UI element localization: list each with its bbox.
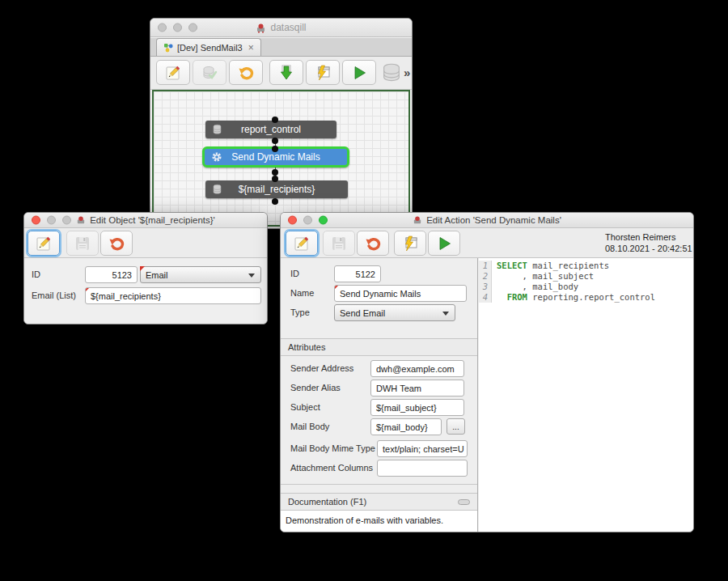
edit-button[interactable] [156, 60, 190, 85]
id-label: ID [290, 265, 299, 282]
mail-body-more-button[interactable]: ... [447, 418, 465, 435]
traffic-lights [288, 216, 328, 225]
sql-editor[interactable]: 1 SELECT mail_recipients 2 , mail_subjec… [479, 258, 693, 532]
sender-address-input[interactable]: dwh@example.com [370, 360, 464, 377]
window-title: Edit Action 'Send Dynamic Mails' [413, 215, 561, 225]
maximize-button[interactable] [188, 23, 197, 32]
edit-button[interactable] [286, 231, 318, 256]
name-label: Name [290, 285, 314, 301]
database-button[interactable] [379, 61, 404, 84]
deploy-button[interactable] [269, 60, 303, 85]
main-window-title-text: datasqill [270, 22, 306, 33]
undo-button[interactable] [357, 231, 389, 256]
pencil-icon [293, 235, 311, 252]
main-toolbar: » [150, 57, 412, 90]
run-button[interactable] [428, 231, 460, 256]
traffic-lights [32, 216, 71, 225]
user-info: Thorsten Reimers 08.10.2021 - 20:42:51 [605, 231, 692, 254]
maximize-button[interactable] [319, 216, 328, 225]
save-button[interactable] [323, 231, 355, 256]
undo-button[interactable] [100, 231, 133, 256]
id-input[interactable]: 5122 [334, 265, 381, 282]
save-button[interactable] [66, 231, 99, 256]
edit-object-form: ID 5123 Email Email (List) ${mail_recipi… [24, 258, 267, 324]
desktop: { "main_window": { "title": "datasqill",… [0, 0, 728, 581]
toolbar-overflow-button[interactable]: » [404, 66, 410, 79]
close-button[interactable] [158, 23, 167, 32]
attachment-columns-label: Attachment Columns [290, 460, 373, 476]
save-button[interactable] [193, 60, 226, 85]
execute-script-button[interactable] [306, 60, 340, 85]
minimize-button[interactable] [47, 216, 56, 225]
object-type-dropdown[interactable]: Email [140, 266, 261, 283]
documentation-header: Documentation (F1) [281, 493, 477, 511]
edit-button[interactable] [28, 231, 60, 256]
run-button[interactable] [342, 60, 376, 85]
tab-close-icon[interactable]: × [248, 42, 254, 53]
floppy-disk-icon [74, 235, 91, 252]
sql-code: SELECT mail_recipients [492, 261, 609, 271]
minimize-button[interactable] [173, 23, 182, 32]
lightning-window-icon [314, 64, 332, 82]
connector-dot [272, 138, 278, 144]
collapse-toggle[interactable] [458, 499, 470, 505]
edit-action-titlebar[interactable]: Edit Action 'Send Dynamic Mails' [281, 213, 693, 228]
undo-icon [237, 64, 255, 82]
close-button[interactable] [288, 216, 297, 225]
sql-code: FROM reporting.report_control [492, 292, 655, 303]
sql-line: 4 FROM reporting.report_control [479, 292, 693, 303]
window-title: Edit Object '${mail_recipients}' [76, 215, 215, 225]
connector-dot [272, 169, 278, 176]
id-input[interactable]: 5123 [85, 266, 138, 283]
sql-line: 2 , mail_subject [479, 271, 693, 282]
sender-alias-input[interactable]: DWH Team [370, 380, 464, 397]
edit-action-form: ID 5122 Name Send Dynamic Mails Type Sen… [281, 258, 478, 532]
action-type-dropdown[interactable]: Send Email [334, 304, 455, 321]
table-icon [212, 124, 222, 135]
node-report-control[interactable]: report_control [205, 121, 336, 138]
workflow-icon [163, 43, 173, 53]
tab-bar: [Dev] SendMail3 × [150, 38, 412, 57]
email-list-input[interactable]: ${mail_recipients} [85, 287, 261, 304]
connector-dot [272, 117, 278, 123]
table-icon [212, 184, 222, 195]
line-number: 1 [479, 261, 492, 271]
mime-type-label: Mail Body Mime Type [290, 440, 375, 456]
database-icon [379, 61, 404, 84]
execute-script-button[interactable] [394, 231, 426, 256]
play-icon [435, 235, 453, 252]
sql-line: 3 , mail_body [479, 282, 693, 292]
workflow-canvas[interactable]: report_control Send Dynamic Mails ${mail… [152, 90, 410, 227]
subject-input[interactable]: ${mail_subject} [370, 399, 464, 416]
edit-object-title-text: Edit Object '${mail_recipients}' [90, 215, 215, 225]
gear-icon [211, 151, 222, 163]
documentation-text-area[interactable]: Demonstration of e-mails with variables. [281, 511, 477, 532]
section-divider [281, 484, 477, 485]
edit-object-titlebar[interactable]: Edit Object '${mail_recipients}' [24, 213, 267, 228]
main-titlebar[interactable]: datasqill [150, 19, 412, 37]
connector-dot [272, 146, 278, 152]
node-mail-recipients[interactable]: ${mail_recipients} [205, 180, 348, 198]
maximize-button[interactable] [62, 216, 71, 225]
connector-dot [272, 198, 278, 205]
lightning-window-icon [401, 235, 419, 252]
attributes-header: Attributes [281, 338, 477, 356]
minimize-button[interactable] [303, 216, 312, 225]
email-list-label: Email (List) [32, 287, 76, 303]
line-number: 2 [479, 271, 492, 282]
undo-button[interactable] [229, 60, 263, 85]
tab-dev-sendmail3[interactable]: [Dev] SendMail3 × [156, 38, 261, 56]
node-label: ${mail_recipients} [239, 184, 315, 195]
sender-address-label: Sender Address [290, 360, 353, 376]
sql-code: , mail_subject [492, 271, 594, 282]
attachment-columns-input[interactable] [377, 460, 468, 477]
name-input[interactable]: Send Dynamic Mails [334, 285, 467, 302]
mime-type-input[interactable]: text/plain; charset=U [377, 440, 468, 457]
mail-body-input[interactable]: ${mail_body} [370, 418, 442, 435]
line-number: 3 [479, 282, 492, 292]
undo-icon [364, 235, 382, 252]
close-button[interactable] [32, 216, 40, 225]
user-name: Thorsten Reimers [605, 231, 692, 243]
window-title: datasqill [256, 22, 306, 33]
user-timestamp: 08.10.2021 - 20:42:51 [605, 243, 692, 254]
